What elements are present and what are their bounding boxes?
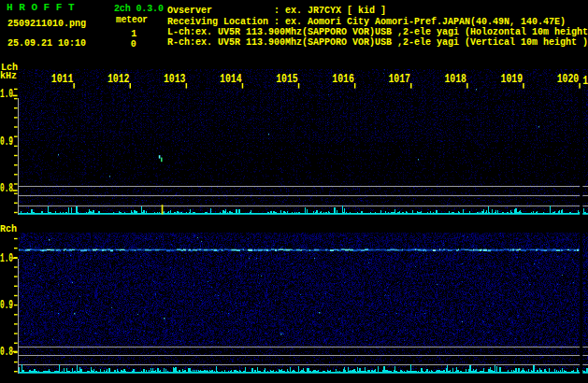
svg-text:Receiving Location : ex. Aomor: Receiving Location : ex. Aomori City Aom… bbox=[167, 17, 566, 27]
svg-text:0.9: 0.9 bbox=[0, 299, 13, 312]
svg-text:2ch 0.3.0: 2ch 0.3.0 bbox=[114, 4, 164, 14]
svg-text:H R O F F T: H R O F F T bbox=[7, 2, 75, 13]
svg-text:1014: 1014 bbox=[220, 73, 242, 86]
svg-text:1018: 1018 bbox=[445, 73, 467, 86]
svg-text:kHz: kHz bbox=[0, 71, 17, 81]
svg-text:0: 0 bbox=[131, 39, 136, 50]
svg-text:1013: 1013 bbox=[164, 73, 186, 86]
svg-text:1012: 1012 bbox=[108, 73, 129, 86]
svg-text:Rch: Rch bbox=[0, 224, 17, 234]
svg-text:25.09.21 10:10: 25.09.21 10:10 bbox=[7, 38, 86, 49]
svg-text:meteor: meteor bbox=[116, 15, 148, 25]
svg-text:1020: 1020 bbox=[557, 73, 580, 86]
svg-text:1015: 1015 bbox=[276, 73, 298, 86]
svg-text:1.0: 1.0 bbox=[0, 252, 13, 265]
svg-text:1016: 1016 bbox=[332, 73, 354, 86]
svg-text:R-ch:ex. UV5R 113.900Mhz(SAPPO: R-ch:ex. UV5R 113.900Mhz(SAPPORO VOR)USB… bbox=[167, 37, 588, 48]
svg-text:1.0: 1.0 bbox=[0, 88, 13, 101]
svg-text:0.8: 0.8 bbox=[0, 182, 13, 195]
svg-text:1017: 1017 bbox=[388, 73, 410, 86]
svg-text:1011: 1011 bbox=[51, 73, 74, 86]
svg-text:2509211010.png: 2509211010.png bbox=[7, 19, 86, 29]
svg-text:0.9: 0.9 bbox=[0, 135, 13, 149]
svg-text:L-ch:ex. UV5R 113.900Mhz(SAPPO: L-ch:ex. UV5R 113.900Mhz(SAPPORO VOR)USB… bbox=[167, 27, 588, 37]
svg-text:0.8: 0.8 bbox=[0, 346, 13, 359]
svg-text:1: 1 bbox=[131, 29, 136, 39]
svg-text:10: 10 bbox=[582, 75, 588, 88]
svg-text:Ovserver : ex. JR7CY: Ovserver : ex. JR7CYX [ kid ] bbox=[167, 6, 386, 16]
svg-text:1019: 1019 bbox=[501, 73, 523, 86]
